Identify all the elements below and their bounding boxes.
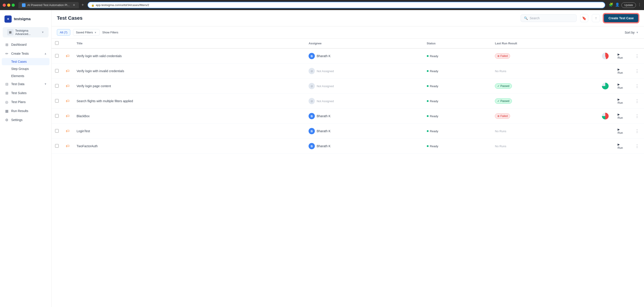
select-all-checkbox[interactable]: [55, 41, 59, 45]
bookmark-icon: 🏷: [66, 99, 70, 103]
not-assigned-icon: ⊘: [308, 83, 315, 89]
test-suites-label: Test Suites: [11, 91, 47, 95]
assignee-cell: B Bharath K: [308, 53, 420, 59]
more-options-button[interactable]: ⋮: [634, 53, 640, 59]
chart-cell: [598, 94, 612, 109]
dashboard-icon: ⊞: [4, 42, 9, 47]
run-results-label: Run Results: [11, 109, 47, 113]
all-filter-chip[interactable]: All (7): [57, 29, 70, 36]
browser-update-button[interactable]: Update: [622, 3, 636, 8]
bookmark-button[interactable]: 🔖: [580, 14, 588, 22]
more-options-button[interactable]: ⋮: [634, 83, 640, 89]
run-button[interactable]: ▶ Run: [616, 52, 626, 60]
new-tab-button[interactable]: +: [82, 3, 84, 8]
more-options-button[interactable]: ⋮: [634, 68, 640, 74]
title-cell: BlackBox: [76, 114, 302, 118]
test-case-title: LoginTest: [76, 129, 90, 133]
status-badge: ✓ Passed: [495, 83, 512, 89]
run-button[interactable]: ▶ Run: [616, 142, 626, 150]
browser-tab[interactable]: AI Powered Test Automation Pl... ✕: [18, 2, 79, 8]
more-options-button[interactable]: ⋮: [634, 128, 640, 134]
close-window-button[interactable]: [3, 4, 6, 7]
chart-cell: [598, 64, 612, 79]
extensions-icon[interactable]: 🧩: [609, 3, 613, 8]
assignee-cell: B Bharath K: [308, 143, 420, 149]
show-filters-button[interactable]: Show Filters: [102, 29, 118, 36]
run-button[interactable]: ▶ Run: [616, 97, 626, 105]
run-button[interactable]: ▶ Run: [616, 82, 626, 90]
more-options-button[interactable]: ⋮: [634, 113, 640, 119]
sidebar-item-elements[interactable]: Elements: [0, 72, 51, 80]
org-name: Testsigma Advanced...: [15, 29, 40, 36]
status-dot: [427, 70, 428, 72]
sidebar-item-dashboard[interactable]: ⊞ Dashboard: [0, 40, 51, 49]
sidebar-nav: ⊞ Dashboard ✏ Create Tests ▲ Test Cases …: [0, 40, 51, 124]
minimize-window-button[interactable]: [7, 4, 10, 7]
sidebar-item-test-cases[interactable]: Test Cases: [2, 58, 50, 65]
assignee-name: Bharath K: [317, 54, 330, 58]
run-button[interactable]: ▶ Run: [616, 127, 626, 135]
test-data-arrow: ▼: [44, 83, 47, 86]
more-options-button[interactable]: ⋮: [634, 98, 640, 104]
status-dot: [427, 115, 428, 117]
last-run-cell: ✓ Passed: [491, 94, 598, 109]
export-icon: ↑: [595, 16, 597, 20]
status-text: Ready: [430, 130, 438, 133]
status-text: Ready: [430, 70, 438, 73]
row-checkbox[interactable]: [55, 84, 59, 88]
create-test-case-button[interactable]: Create Test Case: [604, 14, 639, 23]
profile-icon[interactable]: 👤: [615, 3, 620, 8]
sidebar-item-create-tests[interactable]: ✏ Create Tests ▲: [0, 49, 51, 58]
last-run-cell: ⊗ Failed: [491, 48, 598, 64]
run-button[interactable]: ▶ Run: [616, 67, 626, 75]
org-selector[interactable]: ⊞ Testsigma Advanced... ▼: [3, 27, 48, 38]
sidebar-item-test-plans[interactable]: ◎ Test Plans: [0, 98, 51, 106]
search-bar[interactable]: 🔍 Search: [520, 14, 576, 22]
tab-close-button[interactable]: ✕: [73, 3, 75, 7]
last-run-cell: ✓ Passed: [491, 79, 598, 94]
last-run-cell: ⊗ Failed: [491, 109, 598, 124]
url-text: app.testsigma.com/ui/td/34/cases/filters…: [96, 3, 149, 7]
status-cell: Ready: [427, 100, 488, 103]
test-case-title: TwoFactorAuth: [76, 144, 98, 148]
status-cell: Ready: [427, 145, 488, 148]
export-button[interactable]: ↑: [592, 14, 600, 22]
status-cell: Ready: [427, 55, 488, 58]
sidebar-item-settings[interactable]: ⚙ Settings: [0, 115, 51, 124]
row-checkbox[interactable]: [55, 114, 59, 118]
more-options-button[interactable]: ⋮: [634, 143, 640, 149]
sidebar-item-run-results[interactable]: ▦ Run Results: [0, 106, 51, 115]
sidebar-item-step-groups[interactable]: Step Groups: [0, 65, 51, 72]
table-row: 🏷 Verify login page content ⊘ Not Assign…: [52, 79, 644, 94]
status-text: Ready: [430, 85, 438, 88]
test-data-icon: ⊟: [4, 82, 9, 86]
avatar: B: [308, 128, 315, 134]
chart-cell: [598, 139, 612, 154]
row-checkbox[interactable]: [55, 69, 59, 73]
address-bar[interactable]: 🔒 app.testsigma.com/ui/td/34/cases/filte…: [88, 2, 606, 8]
assignee-name: Not Assigned: [317, 85, 334, 88]
row-checkbox[interactable]: [55, 129, 59, 133]
sort-by-button[interactable]: Sort by ▼: [625, 31, 639, 34]
main-header: Test Cases 🔍 Search 🔖 ↑ Create Test Case: [52, 10, 644, 27]
maximize-window-button[interactable]: [12, 4, 15, 7]
status-cell: Ready: [427, 70, 488, 73]
status-badge: ⊗ Failed: [495, 113, 510, 119]
run-button[interactable]: ▶ Run: [616, 112, 626, 120]
bookmark-icon: 🏷: [66, 144, 70, 148]
test-cases-table-container: Title Assignee Status Last Run Result 🏷 …: [52, 39, 644, 307]
row-checkbox[interactable]: [55, 144, 59, 148]
chart-cell: [598, 79, 612, 94]
search-icon: 🔍: [524, 16, 528, 20]
last-run-cell: No Runs: [491, 64, 598, 79]
saved-filters-chip[interactable]: Saved Filters ▼: [73, 29, 100, 36]
status-dot: [427, 85, 428, 87]
sidebar-item-test-data[interactable]: ⊟ Test Data ▼: [0, 80, 51, 89]
chart-cell: [598, 109, 612, 124]
title-cell: LoginTest: [76, 129, 302, 133]
row-checkbox[interactable]: [55, 54, 59, 58]
browser-menu-icon[interactable]: ⋮: [638, 3, 641, 8]
row-checkbox[interactable]: [55, 99, 59, 103]
table-row: 🏷 Verify login with invalid credentials …: [52, 64, 644, 79]
sidebar-item-test-suites[interactable]: ⊞ Test Suites: [0, 89, 51, 98]
